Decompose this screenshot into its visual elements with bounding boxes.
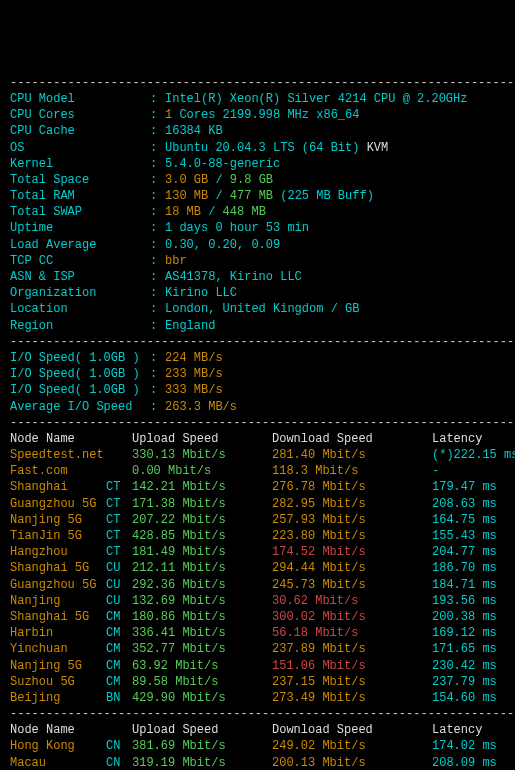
latency: 200.38 ms bbox=[432, 609, 497, 625]
download-speed: 151.06 Mbit/s bbox=[272, 658, 432, 674]
node-name: Speedtest.net bbox=[10, 447, 106, 463]
node-code: CM bbox=[106, 658, 132, 674]
sysinfo-row: TCP CC: bbr bbox=[10, 253, 505, 269]
latency: 179.47 ms bbox=[432, 479, 497, 495]
download-speed: 257.93 Mbit/s bbox=[272, 512, 432, 528]
sysinfo-label: TCP CC bbox=[10, 253, 150, 269]
node-code: CM bbox=[106, 674, 132, 690]
col-download: Download Speed bbox=[272, 431, 432, 447]
download-speed: 174.52 Mbit/s bbox=[272, 544, 432, 560]
download-speed: 200.13 Mbit/s bbox=[272, 755, 432, 770]
colon: : bbox=[150, 382, 165, 398]
io-label: I/O Speed( 1.0GB ) bbox=[10, 382, 150, 398]
node-name: Hong Kong bbox=[10, 738, 106, 754]
colon: : bbox=[150, 366, 165, 382]
sysinfo-row: CPU Model: Intel(R) Xeon(R) Silver 4214 … bbox=[10, 91, 505, 107]
node-cell: YinchuanCM bbox=[10, 641, 132, 657]
upload-speed: 207.22 Mbit/s bbox=[132, 512, 272, 528]
io-label: Average I/O Speed bbox=[10, 399, 150, 415]
node-name: Shanghai bbox=[10, 479, 106, 495]
sysinfo-row: Total RAM: 130 MB / 477 MB (225 MB Buff) bbox=[10, 188, 505, 204]
node-code: CM bbox=[106, 641, 132, 657]
node-code: CU bbox=[106, 593, 132, 609]
node-name: Guangzhou 5G bbox=[10, 496, 106, 512]
col-node: Node Name bbox=[10, 431, 132, 447]
speed-row: ShanghaiCT142.21 Mbit/s276.78 Mbit/s179.… bbox=[10, 479, 505, 495]
latency: 171.65 ms bbox=[432, 641, 497, 657]
divider: ----------------------------------------… bbox=[10, 334, 505, 350]
node-cell: Guangzhou 5GCT bbox=[10, 496, 132, 512]
sysinfo-row: Uptime: 1 days 0 hour 53 min bbox=[10, 220, 505, 236]
load-average: 0.30, 0.20, 0.09 bbox=[165, 238, 280, 252]
speed-row: Speedtest.net330.13 Mbit/s281.40 Mbit/s(… bbox=[10, 447, 505, 463]
io-label: I/O Speed( 1.0GB ) bbox=[10, 366, 150, 382]
node-name: Shanghai 5G bbox=[10, 609, 106, 625]
node-cell: Hong KongCN bbox=[10, 738, 132, 754]
upload-speed: 0.00 Mbit/s bbox=[132, 463, 272, 479]
uptime: 1 days 0 hour 53 min bbox=[165, 221, 309, 235]
download-speed: 237.89 Mbit/s bbox=[272, 641, 432, 657]
node-name: TianJin 5G bbox=[10, 528, 106, 544]
organization: Kirino LLC bbox=[165, 286, 237, 300]
download-speed: 249.02 Mbit/s bbox=[272, 738, 432, 754]
upload-speed: 132.69 Mbit/s bbox=[132, 593, 272, 609]
node-name: Shanghai 5G bbox=[10, 560, 106, 576]
latency: 155.43 ms bbox=[432, 528, 497, 544]
colon: : bbox=[150, 140, 165, 156]
node-cell: Shanghai 5GCU bbox=[10, 560, 132, 576]
colon: : bbox=[150, 123, 165, 139]
speed-row: TianJin 5GCT428.85 Mbit/s223.80 Mbit/s15… bbox=[10, 528, 505, 544]
latency: 184.71 ms bbox=[432, 577, 497, 593]
sysinfo-row: Organization: Kirino LLC bbox=[10, 285, 505, 301]
colon: : bbox=[150, 188, 165, 204]
latency: (*)222.15 ms bbox=[432, 447, 515, 463]
download-speed: 30.62 Mbit/s bbox=[272, 593, 432, 609]
speed-row: YinchuanCM352.77 Mbit/s237.89 Mbit/s171.… bbox=[10, 641, 505, 657]
col-latency: Latency bbox=[432, 431, 482, 447]
node-cell: Fast.com bbox=[10, 463, 132, 479]
node-name: Nanjing 5G bbox=[10, 512, 106, 528]
io-row: Average I/O Speed: 263.3 MB/s bbox=[10, 399, 505, 415]
node-code: CT bbox=[106, 496, 132, 512]
speed-row: Fast.com0.00 Mbit/s118.3 Mbit/s- bbox=[10, 463, 505, 479]
sysinfo-label: Total SWAP bbox=[10, 204, 150, 220]
node-cell: Speedtest.net bbox=[10, 447, 132, 463]
divider: ----------------------------------------… bbox=[10, 415, 505, 431]
colon: : bbox=[150, 318, 165, 334]
sysinfo-row: Total Space: 3.0 GB / 9.8 GB bbox=[10, 172, 505, 188]
node-code: CM bbox=[106, 625, 132, 641]
sysinfo-label: CPU Cores bbox=[10, 107, 150, 123]
swap-total: 448 MB bbox=[215, 205, 265, 219]
latency: 164.75 ms bbox=[432, 512, 497, 528]
os-name: Ubuntu 20.04.3 LTS (64 Bit) bbox=[165, 141, 359, 155]
download-speed: 223.80 Mbit/s bbox=[272, 528, 432, 544]
sysinfo-label: CPU Model bbox=[10, 91, 150, 107]
speed-row: NanjingCU132.69 Mbit/s30.62 Mbit/s193.56… bbox=[10, 593, 505, 609]
sysinfo-label: CPU Cache bbox=[10, 123, 150, 139]
node-cell: ShanghaiCT bbox=[10, 479, 132, 495]
sysinfo-row: Location: London, United Kingdom / GB bbox=[10, 301, 505, 317]
download-speed: 118.3 Mbit/s bbox=[272, 463, 432, 479]
node-code: CT bbox=[106, 528, 132, 544]
ram-used: 130 MB bbox=[165, 189, 215, 203]
node-cell: Nanjing 5GCM bbox=[10, 658, 132, 674]
latency: 237.79 ms bbox=[432, 674, 497, 690]
node-code: CU bbox=[106, 560, 132, 576]
download-speed: 245.73 Mbit/s bbox=[272, 577, 432, 593]
sysinfo-label: Kernel bbox=[10, 156, 150, 172]
io-label: I/O Speed( 1.0GB ) bbox=[10, 350, 150, 366]
kernel: 5.4.0-88-generic bbox=[165, 157, 280, 171]
cpu-model: Intel(R) Xeon(R) Silver 4214 CPU @ 2.20G… bbox=[165, 92, 467, 106]
speed-header: Node NameUpload SpeedDownload SpeedLaten… bbox=[10, 722, 505, 738]
upload-speed: 352.77 Mbit/s bbox=[132, 641, 272, 657]
divider: ----------------------------------------… bbox=[10, 706, 505, 722]
node-name: Harbin bbox=[10, 625, 106, 641]
col-node: Node Name bbox=[10, 722, 132, 738]
node-name: Guangzhou 5G bbox=[10, 577, 106, 593]
node-code: CT bbox=[106, 544, 132, 560]
swap-used: 18 MB bbox=[165, 205, 208, 219]
slash: / bbox=[215, 189, 222, 203]
download-speed: 237.15 Mbit/s bbox=[272, 674, 432, 690]
colon: : bbox=[150, 91, 165, 107]
sysinfo-row: Region: England bbox=[10, 318, 505, 334]
